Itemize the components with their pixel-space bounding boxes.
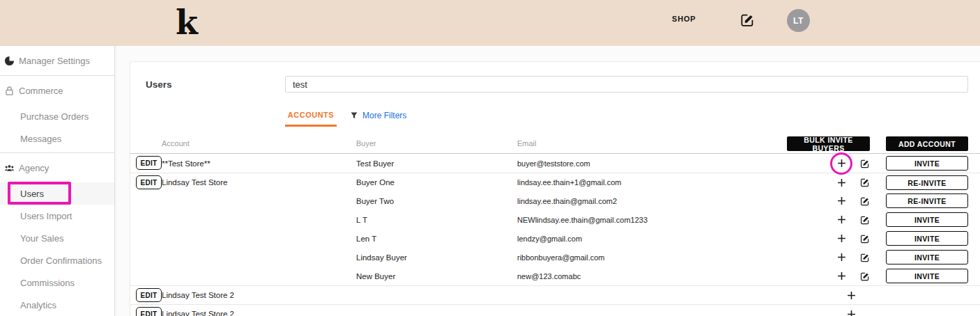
add-buyer-icon[interactable] — [836, 173, 848, 191]
add-buyer-icon[interactable] — [836, 210, 848, 229]
email-cell: lindsay.ee.thain@gmail.com2 — [517, 191, 617, 210]
edit-buyer-icon[interactable] — [859, 173, 871, 191]
sidebar-item-label: Your Sales — [20, 233, 63, 244]
edit-buyer-icon[interactable] — [859, 210, 871, 229]
sidebar-item-users-import[interactable]: Users Import — [0, 205, 114, 227]
lock-icon — [4, 86, 15, 96]
add-buyer-icon[interactable] — [836, 191, 848, 210]
email-cell: NEWlindsay.ee.thain@gmail.com1233 — [517, 210, 648, 229]
invite-button[interactable]: INVITE — [886, 231, 968, 246]
table-header: Account Buyer Email BULK INVITE BUYERS A… — [130, 134, 980, 154]
table-row: EDIT Lindsay Test Store Buyer One lindsa… — [130, 173, 980, 191]
edit-buyer-icon[interactable] — [859, 229, 871, 248]
buyer-cell: L T — [356, 210, 367, 229]
buyer-cell: Test Buyer — [356, 154, 394, 173]
table-row: New Buyer new@123.comabc INVITE — [130, 267, 980, 285]
sidebar-item-users[interactable]: Users — [0, 182, 114, 205]
page-title: Users — [146, 79, 172, 90]
brand-logo[interactable]: k — [176, 1, 198, 45]
account-cell: Lindsay Test Store — [162, 173, 227, 191]
buyer-cell: Buyer One — [356, 173, 395, 191]
compose-icon[interactable] — [740, 13, 755, 27]
sidebar-item-label: Purchase Orders — [20, 111, 89, 122]
shop-link[interactable]: SHOP — [672, 15, 696, 23]
buyer-cell: Lindsay Buyer — [356, 248, 407, 267]
edit-buyer-icon[interactable] — [859, 191, 871, 210]
sidebar-item-label: Agency — [19, 163, 49, 173]
column-header-buyer: Buyer — [356, 134, 376, 152]
sidebar-item-label: Users — [20, 189, 44, 199]
top-header: k SHOP LT — [0, 0, 980, 46]
account-cell: **Test Store** — [162, 154, 210, 173]
email-cell: lendzy@gmail.com — [517, 229, 582, 248]
sidebar-items: Manager Settings Commerce Purchase Order… — [0, 46, 114, 316]
invite-button[interactable]: INVITE — [886, 269, 968, 283]
buyer-cell: New Buyer — [356, 267, 395, 285]
invite-button[interactable]: INVITE — [886, 250, 968, 264]
sidebar-item-order-confirmations[interactable]: Order Confirmations — [0, 249, 114, 271]
sidebar-item-commissions[interactable]: Commissions — [0, 271, 114, 294]
add-buyer-icon[interactable] — [836, 154, 848, 173]
buyer-cell: Buyer Two — [356, 191, 394, 210]
more-filters-button[interactable]: More Filters — [351, 104, 406, 127]
avatar[interactable]: LT — [787, 9, 810, 32]
email-cell: new@123.comabc — [517, 267, 581, 285]
sidebar-item-label: Users Import — [20, 211, 72, 221]
bulk-invite-buyers-button[interactable]: BULK INVITE BUYERS — [787, 136, 870, 151]
add-buyer-icon[interactable] — [845, 305, 857, 316]
account-cell: Lindsay Test Store 2 — [162, 305, 234, 316]
edit-button[interactable]: EDIT — [136, 175, 162, 189]
edit-buyer-icon[interactable] — [859, 267, 871, 285]
people-icon — [4, 163, 15, 173]
search-input[interactable] — [285, 76, 968, 93]
sidebar-item-label: Commissions — [20, 278, 75, 288]
tab-accounts[interactable]: ACCOUNTS — [285, 104, 337, 127]
invite-button[interactable]: RE-INVITE — [886, 193, 968, 208]
email-cell: ribbonbuyera@gmail.com — [517, 248, 605, 267]
edit-button[interactable]: EDIT — [136, 307, 162, 316]
sidebar-item-label: Order Confirmations — [20, 255, 102, 266]
table-row: L T NEWlindsay.ee.thain@gmail.com1233 IN… — [130, 210, 980, 229]
sidebar-item-label: Analytics — [20, 300, 56, 310]
table-row: Lindsay Buyer ribbonbuyera@gmail.com INV… — [130, 248, 980, 267]
invite-button[interactable]: RE-INVITE — [886, 175, 968, 190]
add-buyer-icon[interactable] — [836, 229, 848, 248]
sidebar-item-label: Messages — [20, 134, 61, 144]
table-row: Len T lendzy@gmail.com INVITE — [130, 229, 980, 248]
sidebar-item-analytics[interactable]: Analytics — [0, 294, 114, 316]
account-cell: Lindsay Test Store 2 — [162, 286, 234, 304]
invite-button[interactable]: INVITE — [886, 156, 968, 171]
edit-buyer-icon[interactable] — [859, 154, 871, 173]
edit-buyer-icon[interactable] — [859, 248, 871, 267]
filter-icon — [351, 109, 358, 122]
sidebar-item-your-sales[interactable]: Your Sales — [0, 227, 114, 249]
column-header-account: Account — [162, 134, 190, 152]
sidebar-item-commerce[interactable]: Commerce — [0, 76, 114, 105]
more-filters-label: More Filters — [362, 111, 406, 120]
add-buyer-icon[interactable] — [836, 267, 848, 285]
sidebar-item-purchase-orders[interactable]: Purchase Orders — [0, 105, 114, 127]
add-buyer-icon[interactable] — [836, 248, 848, 267]
add-account-button[interactable]: ADD ACCOUNT — [886, 136, 968, 151]
sidebar-item-messages[interactable]: Messages — [0, 127, 114, 150]
table-row: EDIT Lindsay Test Store 2 — [130, 304, 980, 316]
sidebar-item-label: Commerce — [19, 86, 63, 96]
table-row: Buyer Two lindsay.ee.thain@gmail.com2 RE… — [130, 191, 980, 210]
email-cell: buyer@teststore.com — [517, 154, 590, 173]
pie-chart-icon — [4, 56, 15, 66]
buyer-cell: Len T — [356, 229, 376, 248]
sidebar-item-agency[interactable]: Agency — [0, 153, 114, 182]
edit-button[interactable]: EDIT — [136, 156, 162, 170]
email-cell: lindsay.ee.thain+1@gmail.com — [517, 173, 621, 191]
sidebar-item-manager-settings[interactable]: Manager Settings — [0, 46, 114, 75]
edit-button[interactable]: EDIT — [136, 288, 162, 302]
invite-button[interactable]: INVITE — [886, 212, 968, 227]
content-card: Users ACCOUNTS More Filters Account Buye… — [130, 61, 980, 316]
table-row: EDIT Lindsay Test Store 2 — [130, 285, 980, 304]
add-buyer-icon[interactable] — [845, 286, 857, 304]
sidebar: Manager Settings Commerce Purchase Order… — [0, 46, 115, 316]
table-body: EDIT **Test Store** Test Buyer buyer@tes… — [130, 154, 980, 316]
column-header-email: Email — [517, 134, 537, 152]
sidebar-item-label: Manager Settings — [19, 56, 90, 66]
table-row: EDIT **Test Store** Test Buyer buyer@tes… — [130, 154, 980, 173]
